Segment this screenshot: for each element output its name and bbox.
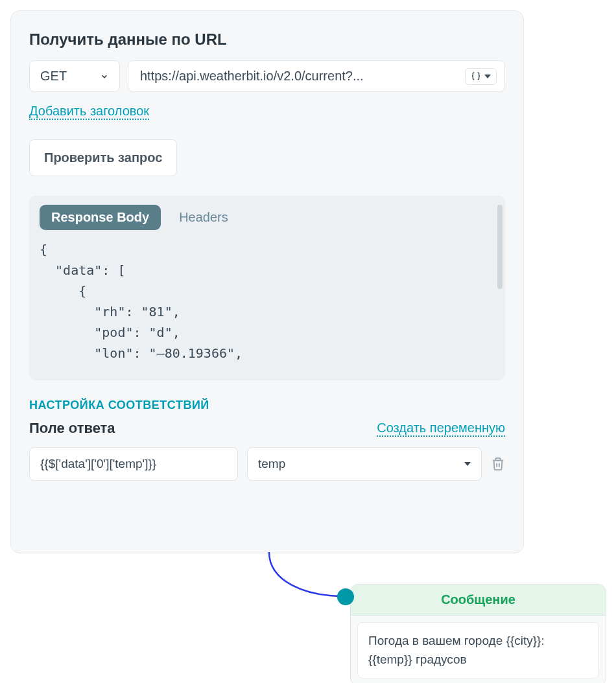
- panel-title: Получить данные по URL: [29, 30, 505, 49]
- scrollbar-thumb[interactable]: [497, 205, 503, 289]
- mapping-title-row: Поле ответа Создать переменную: [29, 420, 505, 437]
- braces-icon: [471, 71, 481, 82]
- response-block: Response Body Headers { "data": [ { "rh"…: [29, 196, 505, 380]
- request-row: GET https://api.weatherbit.io/v2.0/curre…: [29, 60, 505, 92]
- variable-select-value: temp: [258, 457, 285, 471]
- tab-headers[interactable]: Headers: [167, 205, 240, 230]
- test-request-button[interactable]: Проверить запрос: [29, 139, 177, 176]
- flow-node-dot[interactable]: [337, 588, 354, 605]
- message-card: Сообщение Погода в вашем городе {{city}}…: [350, 584, 606, 683]
- response-tabs: Response Body Headers: [40, 205, 495, 230]
- caret-down-icon: [484, 75, 491, 78]
- variable-select[interactable]: temp: [247, 447, 482, 481]
- chevron-down-icon: [100, 72, 109, 81]
- message-body-wrap: Погода в вашем городе {{city}}: {{temp}}…: [351, 616, 606, 683]
- message-card-title: Сообщение: [351, 585, 606, 616]
- json-path-input[interactable]: {{$['data']['0']['temp']}}: [29, 447, 238, 481]
- add-header-link[interactable]: Добавить заголовок: [29, 104, 149, 120]
- url-value: https://api.weatherbit.io/v2.0/current?.…: [140, 69, 460, 84]
- insert-variable-button[interactable]: [465, 68, 497, 85]
- trash-icon[interactable]: [491, 457, 505, 471]
- response-code: { "data": [ { "rh": "81", "pod": "d", "l…: [40, 239, 495, 364]
- caret-down-icon: [464, 462, 471, 466]
- http-method-select[interactable]: GET: [29, 60, 120, 92]
- tab-response-body[interactable]: Response Body: [40, 205, 161, 230]
- request-panel: Получить данные по URL GET https://api.w…: [10, 10, 524, 553]
- http-method-value: GET: [40, 69, 67, 84]
- mapping-row: {{$['data']['0']['temp']}} temp: [29, 447, 505, 481]
- message-body[interactable]: Погода в вашем городе {{city}}: {{temp}}…: [357, 622, 599, 678]
- url-input[interactable]: https://api.weatherbit.io/v2.0/current?.…: [128, 60, 505, 92]
- mapping-section-header: НАСТРОЙКА СООТВЕТСТВИЙ: [29, 399, 505, 412]
- create-variable-link[interactable]: Создать переменную: [377, 421, 505, 437]
- response-field-label: Поле ответа: [29, 420, 115, 437]
